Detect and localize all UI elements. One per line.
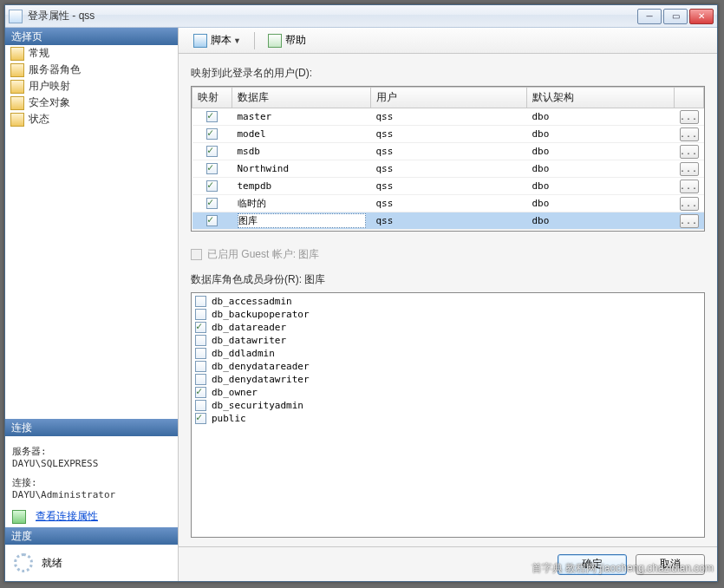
role-item[interactable]: db_owner — [195, 386, 701, 399]
cell-database[interactable]: 图库 — [238, 213, 366, 228]
col-database[interactable]: 数据库 — [232, 88, 371, 108]
table-row[interactable]: tempdbqssdbo... — [192, 178, 704, 195]
nav-item-securables[interactable]: 安全对象 — [5, 95, 178, 111]
role-checkbox[interactable] — [195, 309, 206, 320]
role-item[interactable]: db_ddladmin — [195, 347, 701, 360]
cell-schema[interactable]: dbo — [527, 160, 675, 178]
role-checkbox[interactable] — [195, 387, 206, 398]
browse-button[interactable]: ... — [680, 127, 699, 141]
col-map[interactable]: 映射 — [192, 88, 232, 108]
cell-database[interactable]: master — [238, 111, 366, 122]
close-button[interactable]: ✕ — [689, 9, 714, 24]
browse-button[interactable]: ... — [680, 145, 699, 159]
cell-database[interactable]: Northwind — [238, 163, 366, 174]
table-row[interactable]: masterqssdbo... — [192, 108, 704, 126]
cell-database[interactable]: msdb — [238, 146, 366, 157]
cell-schema[interactable]: dbo — [527, 108, 675, 126]
table-row[interactable]: modelqssdbo... — [192, 126, 704, 143]
mapping-grid[interactable]: 映射 数据库 用户 默认架构 masterqssdbo...modelqssdb… — [191, 86, 705, 232]
view-connection-properties-link[interactable]: 查看连接属性 — [36, 509, 98, 524]
role-item[interactable]: public — [195, 412, 701, 425]
role-checkbox[interactable] — [195, 361, 206, 372]
cell-user[interactable]: qss — [371, 126, 527, 143]
cell-user[interactable]: qss — [371, 178, 527, 195]
nav-item-general[interactable]: 常规 — [5, 45, 178, 62]
window-buttons: ─ ▭ ✕ — [637, 9, 714, 24]
cell-user[interactable]: qss — [371, 108, 527, 126]
role-item[interactable]: db_denydatareader — [195, 360, 701, 373]
mapping-table: 映射 数据库 用户 默认架构 masterqssdbo...modelqssdb… — [192, 87, 704, 230]
role-name: db_owner — [212, 387, 258, 398]
nav-item-user-mapping[interactable]: 用户映射 — [5, 78, 178, 95]
roles-listbox[interactable]: db_accessadmindb_backupoperatordb_datare… — [191, 292, 705, 538]
cell-user[interactable]: qss — [371, 143, 527, 160]
role-checkbox[interactable] — [195, 413, 206, 424]
browse-button[interactable]: ... — [680, 197, 699, 211]
role-checkbox[interactable] — [195, 374, 206, 385]
help-button[interactable]: 帮助 — [262, 30, 312, 50]
cell-user[interactable]: qss — [371, 160, 527, 178]
role-checkbox[interactable] — [195, 296, 206, 307]
table-row[interactable]: Northwindqssdbo... — [192, 160, 704, 178]
nav-item-server-roles[interactable]: 服务器角色 — [5, 62, 178, 78]
col-browse — [675, 88, 704, 108]
role-checkbox[interactable] — [195, 400, 206, 411]
content-area: 映射到此登录名的用户(D): 映射 数据库 用户 默认架构 m — [179, 54, 717, 546]
cell-user[interactable]: qss — [371, 195, 527, 212]
page-icon — [10, 113, 24, 127]
browse-button[interactable]: ... — [680, 214, 699, 228]
map-checkbox[interactable] — [206, 180, 218, 192]
cell-schema[interactable]: dbo — [527, 143, 675, 160]
left-pane: 选择页 常规 服务器角色 用户映射 安全对象 状态 连接 服务器: DAYU\S… — [5, 28, 179, 581]
col-user[interactable]: 用户 — [371, 88, 527, 108]
cell-database[interactable]: tempdb — [238, 180, 366, 192]
map-checkbox[interactable] — [206, 163, 218, 174]
browse-button[interactable]: ... — [680, 180, 699, 193]
col-default-schema[interactable]: 默认架构 — [527, 88, 675, 108]
cell-schema[interactable]: dbo — [527, 212, 675, 230]
map-checkbox[interactable] — [206, 198, 218, 209]
role-name: db_denydatareader — [212, 361, 310, 372]
roles-label: 数据库角色成员身份(R): 图库 — [191, 272, 705, 287]
cell-schema[interactable]: dbo — [527, 178, 675, 195]
browse-button[interactable]: ... — [680, 162, 699, 176]
cell-database[interactable]: model — [238, 128, 366, 140]
connection-info: 服务器: DAYU\SQLEXPRESS 连接: DAYU\Administra… — [5, 436, 178, 506]
role-checkbox[interactable] — [195, 322, 206, 333]
cell-database[interactable]: 临时的 — [238, 197, 366, 210]
role-item[interactable]: db_datawriter — [195, 334, 701, 347]
toolbar-separator — [254, 32, 255, 49]
table-row[interactable]: 图库qssdbo... — [192, 212, 704, 230]
progress-block: 就绪 — [5, 545, 178, 581]
role-item[interactable]: db_backupoperator — [195, 308, 701, 321]
table-row[interactable]: msdbqssdbo... — [192, 143, 704, 160]
cell-user[interactable]: qss — [371, 212, 527, 230]
role-item[interactable]: db_denydatawriter — [195, 373, 701, 386]
map-checkbox[interactable] — [206, 111, 218, 122]
table-row[interactable]: 临时的qssdbo... — [192, 195, 704, 212]
maximize-button[interactable]: ▭ — [663, 9, 688, 24]
role-item[interactable]: db_securityadmin — [195, 399, 701, 412]
role-checkbox[interactable] — [195, 335, 206, 346]
role-item[interactable]: db_accessadmin — [195, 295, 701, 308]
titlebar[interactable]: 登录属性 - qss ─ ▭ ✕ — [5, 5, 717, 28]
guest-checkbox — [191, 249, 202, 260]
app-icon — [9, 10, 23, 23]
map-checkbox[interactable] — [206, 215, 218, 226]
page-icon — [10, 63, 24, 77]
cell-schema[interactable]: dbo — [527, 195, 675, 212]
role-item[interactable]: db_datareader — [195, 321, 701, 334]
cell-schema[interactable]: dbo — [527, 126, 675, 143]
minimize-button[interactable]: ─ — [637, 9, 662, 24]
map-checkbox[interactable] — [206, 128, 218, 140]
connection-value: DAYU\Administrator — [12, 489, 171, 500]
browse-button[interactable]: ... — [680, 110, 699, 124]
dialog-body: 选择页 常规 服务器角色 用户映射 安全对象 状态 连接 服务器: DAYU\S… — [5, 28, 717, 581]
script-button[interactable]: 脚本 ▼ — [187, 30, 247, 50]
role-checkbox[interactable] — [195, 348, 206, 359]
connection-header: 连接 — [5, 419, 178, 436]
nav-list: 常规 服务器角色 用户映射 安全对象 状态 — [5, 45, 178, 419]
right-pane: 脚本 ▼ 帮助 映射到此登录名的用户(D): 映射 数据库 — [179, 28, 717, 581]
nav-item-status[interactable]: 状态 — [5, 111, 178, 127]
map-checkbox[interactable] — [206, 146, 218, 157]
